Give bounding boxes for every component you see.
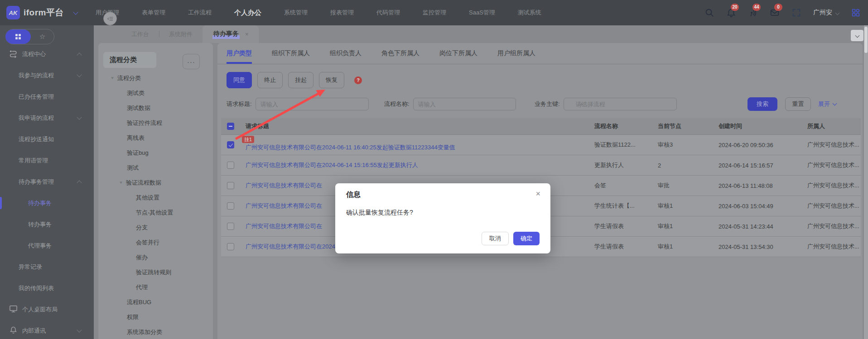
sidebar-item[interactable]: 代理事务: [0, 235, 94, 256]
assignee-tab[interactable]: 岗位下所属人: [439, 43, 477, 64]
row-checkbox[interactable]: [227, 243, 234, 250]
scrollbar-thumb[interactable]: [864, 27, 868, 53]
tree-node[interactable]: 节点-其他设置: [98, 205, 213, 220]
action-button[interactable]: 终止: [257, 72, 283, 88]
top-nav-item[interactable]: 监控管理: [423, 9, 446, 17]
action-button[interactable]: 同意: [227, 72, 252, 88]
favorites-star-button[interactable]: ☆: [31, 30, 54, 43]
notification-bell-icon[interactable]: 20: [726, 8, 736, 18]
top-nav-item[interactable]: 工作流程: [188, 9, 212, 17]
sidebar-item[interactable]: 我的传阅列表: [0, 277, 94, 299]
assignee-tab[interactable]: 用户类型: [227, 43, 252, 64]
current-node-cell: 审核1: [652, 243, 713, 251]
tree-node[interactable]: 会签并行: [98, 235, 213, 250]
assignee-tab[interactable]: 角色下所属人: [381, 43, 420, 64]
workspace-tab[interactable]: 待办事务 ×: [203, 25, 259, 43]
sidebar-item[interactable]: 已办任务管理: [0, 86, 94, 107]
sidebar-item-label: 代理事务: [28, 242, 52, 250]
tree-node[interactable]: 离线表: [98, 130, 213, 145]
tree-node[interactable]: 系统添加分类: [98, 325, 213, 339]
caret-down-icon[interactable]: ▼: [119, 181, 123, 185]
tab-overflow-button[interactable]: [851, 30, 863, 41]
row-checkbox[interactable]: [227, 182, 234, 189]
select-all-checkbox[interactable]: [227, 123, 234, 130]
menu-view-button[interactable]: [5, 29, 31, 44]
top-nav-item[interactable]: SaaS管理: [469, 9, 495, 17]
request-title-link[interactable]: 广州安可信息技术有限公司在2024-06-11 16:40:25发起验证数据11…: [246, 143, 455, 152]
row-checkbox[interactable]: [227, 202, 234, 210]
row-checkbox[interactable]: [227, 141, 234, 148]
assignee-tab[interactable]: 用户组所属人: [497, 43, 535, 64]
sidebar-item[interactable]: 我申请的流程: [0, 107, 94, 129]
tree-node[interactable]: ▼ 流程分类: [98, 71, 213, 86]
top-nav-item[interactable]: 表单管理: [142, 9, 165, 17]
top-nav-item[interactable]: 系统管理: [284, 9, 308, 17]
sidebar-item[interactable]: 常用语管理: [0, 150, 94, 171]
category-tree: ▼ 流程分类 测试类 测试数据 验证控件流程: [98, 71, 213, 339]
search-button[interactable]: 搜索: [747, 97, 777, 111]
tree-node[interactable]: 分支: [98, 220, 213, 235]
sidebar-item[interactable]: 流程抄送通知: [0, 129, 94, 150]
caret-down-icon[interactable]: ▼: [110, 76, 115, 80]
top-nav-item[interactable]: 个人办公: [234, 9, 261, 17]
more-actions-button[interactable]: ···: [183, 54, 200, 69]
assignee-type-tabs: 用户类型 组织下所属人 组织负责人 角色下所属人 岗位下所属人 用户组所属人: [217, 43, 863, 64]
top-nav-item[interactable]: 测试系统: [518, 9, 541, 17]
sidebar-item[interactable]: 异常记录: [0, 256, 94, 277]
reset-button[interactable]: 重置: [785, 97, 811, 111]
app-logo[interactable]: AK iform平台: [6, 6, 77, 19]
sidebar-item[interactable]: 转办事务: [0, 214, 94, 235]
tree-node[interactable]: 其他设置: [98, 190, 213, 205]
close-icon[interactable]: ×: [245, 31, 249, 38]
tree-node[interactable]: 验证跳转规则: [98, 265, 213, 280]
request-title-link[interactable]: 广州安可信息技术有限公司在: [246, 202, 322, 210]
tree-node[interactable]: 验证控件流程: [98, 115, 213, 130]
mail-icon[interactable]: 0: [770, 8, 780, 18]
dialog-footer: 取消 确定: [482, 232, 540, 245]
broadcast-icon[interactable]: 44: [748, 8, 758, 18]
filter-input[interactable]: [413, 98, 516, 110]
tree-node[interactable]: ▼ 验证流程数据: [98, 175, 213, 190]
tree-node[interactable]: 测试类: [98, 86, 213, 100]
tree-node[interactable]: 权限: [98, 310, 213, 325]
workspace-tab[interactable]: 系统附件: [159, 25, 203, 43]
created-time-cell: 2024-06-03 15:04:49: [713, 203, 802, 210]
search-icon[interactable]: [704, 8, 714, 18]
help-icon[interactable]: ?: [354, 76, 362, 84]
confirm-button[interactable]: 确定: [513, 232, 540, 245]
tree-node[interactable]: 测试数据: [98, 100, 213, 115]
tree-node[interactable]: 测试: [98, 160, 213, 175]
top-nav-item[interactable]: 代码管理: [376, 9, 400, 17]
sidebar-item[interactable]: 内部通讯: [0, 320, 94, 339]
page-scrollbar[interactable]: [864, 25, 868, 339]
request-title-link[interactable]: 广州安可信息技术有限公司在: [246, 181, 322, 190]
top-nav-item[interactable]: 报表管理: [330, 9, 354, 17]
assignee-tab[interactable]: 组织下所属人: [272, 43, 310, 64]
collapse-panel-button[interactable]: [103, 12, 117, 25]
sidebar-item[interactable]: 待办事务管理: [0, 171, 94, 192]
filter-input[interactable]: [256, 98, 369, 110]
assignee-tab[interactable]: 组织负责人: [330, 43, 362, 64]
row-checkbox[interactable]: [227, 162, 234, 169]
workspace-tab[interactable]: 工作台: [121, 25, 159, 43]
expand-toggle[interactable]: 展开: [818, 97, 836, 111]
tree-node[interactable]: 催办: [98, 250, 213, 265]
sidebar-item[interactable]: 流程中心: [0, 43, 94, 65]
apps-grid-icon[interactable]: [851, 8, 861, 18]
action-button[interactable]: 恢复: [319, 72, 344, 88]
tree-node[interactable]: 流程BUG: [98, 295, 213, 310]
action-button[interactable]: 挂起: [288, 72, 313, 88]
sidebar-item[interactable]: 待办事务: [0, 192, 94, 214]
tree-node[interactable]: 代理: [98, 280, 213, 295]
cancel-button[interactable]: 取消: [482, 232, 509, 245]
tree-node-label: 催办: [136, 253, 148, 262]
tree-node[interactable]: 验证bug: [98, 145, 213, 160]
sidebar-item[interactable]: 个人桌面布局: [0, 299, 94, 320]
close-icon[interactable]: ×: [535, 189, 540, 199]
sidebar-item[interactable]: 我参与的流程: [0, 65, 94, 86]
fullscreen-icon[interactable]: [791, 8, 801, 18]
row-checkbox[interactable]: [227, 223, 234, 230]
request-title-link[interactable]: 广州安可信息技术有限公司在2024-06-14 15:16:55发起更新执行人: [246, 161, 418, 169]
request-title-link[interactable]: 广州安可信息技术有限公司在: [246, 222, 322, 230]
user-menu[interactable]: 广州安: [813, 9, 839, 17]
